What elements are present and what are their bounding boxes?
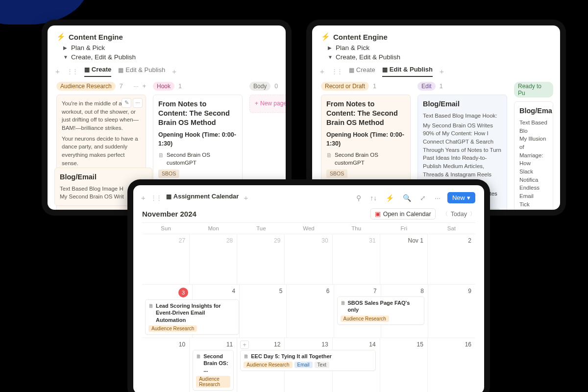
expand-icon[interactable]: ⤢ xyxy=(418,193,428,203)
prev-month-button[interactable]: 〈 xyxy=(442,210,448,218)
tag-sbos: SBOS xyxy=(158,170,179,178)
calendar-event[interactable]: 🗎Second Brain OS: ...Audience Research xyxy=(193,350,234,391)
automation-icon[interactable]: ⚡ xyxy=(384,193,396,203)
column-count: 1 xyxy=(178,83,182,90)
add-block-button[interactable]: + xyxy=(320,67,324,75)
more-icon[interactable]: ··· xyxy=(133,98,143,108)
caret-right-icon: ▶ xyxy=(328,45,333,50)
event-tag: Audience Research xyxy=(148,325,197,332)
calendar-icon: ▦ xyxy=(166,193,172,200)
board-icon: ▦ xyxy=(118,67,123,74)
calendar-day[interactable]: 10 xyxy=(142,338,190,392)
calendar-day[interactable]: 7🗎SBOS Sales Page FAQ's onlyAudience Res… xyxy=(334,285,381,338)
board-icon: ▦ xyxy=(349,67,354,74)
column-badge: Ready to Pu xyxy=(514,82,553,98)
calendar-day[interactable]: 29 xyxy=(237,234,285,284)
view-assignment-calendar[interactable]: ▦ Assignment Calendar xyxy=(166,193,239,203)
edit-icon[interactable]: ✎ xyxy=(122,98,131,108)
tab-edit-publish[interactable]: ▦ Edit & Publish xyxy=(382,66,433,77)
more-icon[interactable]: ··· xyxy=(433,193,442,203)
dow-label: Fri xyxy=(380,223,428,234)
search-icon[interactable]: 🔍 xyxy=(401,193,413,203)
tab-create[interactable]: ▦ Create xyxy=(84,66,111,77)
drag-handle-icon[interactable]: ⋮⋮ xyxy=(67,68,77,75)
event-tag: Email xyxy=(294,362,313,368)
calendar-day[interactable]: 31 xyxy=(333,234,380,284)
calendar-day[interactable]: 11🗎Second Brain OS: ...Audience Research xyxy=(190,338,237,392)
card-text: Your neurons decide to have a dance part… xyxy=(62,135,141,168)
card-title: From Notes to Content: The Second Brain … xyxy=(326,99,405,127)
page-title: ⚡ Content Engine xyxy=(321,32,551,41)
calendar-day[interactable]: 30 xyxy=(285,234,332,284)
calendar-day[interactable]: 27 xyxy=(142,234,190,284)
column-badge: Record or Draft xyxy=(321,82,369,91)
calendar-day[interactable]: +12🗎EEC Day 5: Tying It all TogetherAudi… xyxy=(237,338,285,392)
add-view-button[interactable]: + xyxy=(440,67,444,75)
calendar-day[interactable]: 28 xyxy=(190,234,237,284)
tab-edit-publish[interactable]: ▦ Edit & Publish xyxy=(118,66,165,76)
toggle-plan-pick[interactable]: ▶ Plan & Pick xyxy=(328,44,551,51)
page-icon: 🗎 xyxy=(244,353,249,360)
dow-label: Sun xyxy=(142,223,190,234)
column-add-button[interactable]: + xyxy=(143,83,146,90)
add-event-button[interactable]: + xyxy=(240,341,249,349)
board-icon: ▦ xyxy=(382,66,388,73)
column-ready-to-publish: Ready to Pu Blog/Ema Text Based Blo My I… xyxy=(514,82,553,210)
toggle-create-edit-publish[interactable]: ▼ Create, Edit & Publish xyxy=(328,53,551,61)
next-month-button[interactable]: 〉 xyxy=(470,210,475,218)
calendar-event[interactable]: 🗎SBOS Sales Page FAQ's onlyAudience Rese… xyxy=(337,296,424,325)
card-blog-email-partial[interactable]: Blog/Ema Text Based Blo My Illusion of M… xyxy=(514,101,553,210)
add-block-button[interactable]: + xyxy=(141,194,146,202)
card-text: Text Based Blo xyxy=(519,119,548,135)
column-count: 1 xyxy=(440,83,443,90)
dow-label: Tue xyxy=(237,223,285,234)
calendar-day[interactable]: 3🗎Lead Scoring Insights for Event-Driven… xyxy=(142,285,193,338)
column-badge: Body xyxy=(249,82,270,91)
calendar-app-icon: ▣ xyxy=(375,210,381,218)
related-page-link[interactable]: 🗎 Second Brain OS customGPT xyxy=(326,151,405,167)
month-nav: November 2024 ▣ Open in Calendar 〈 Today… xyxy=(142,208,475,220)
page-icon: 🗎 xyxy=(196,353,201,374)
tablet-calendar: + ⋮⋮ ▦ Assignment Calendar + ⚲ ↑↓ ⚡ 🔍 ⤢ … xyxy=(127,179,490,392)
calendar-toolbar: + ⋮⋮ ▦ Assignment Calendar + ⚲ ↑↓ ⚡ 🔍 ⤢ … xyxy=(141,192,475,203)
toggle-plan-pick[interactable]: ▶ Plan & Pick xyxy=(63,44,277,51)
event-tag: Text xyxy=(315,362,329,368)
calendar-day[interactable]: Nov 1 xyxy=(380,234,428,284)
open-in-calendar-button[interactable]: ▣ Open in Calendar xyxy=(370,208,436,220)
drag-handle-icon[interactable]: ⋮⋮ xyxy=(150,194,161,201)
calendar-event[interactable]: 🗎Lead Scoring Insights for Event-Driven … xyxy=(145,299,239,335)
card-title: Blog/Ema xyxy=(519,106,548,116)
card-text: Text Based Blog Image Hook: xyxy=(423,112,502,120)
month-label: November 2024 xyxy=(142,210,196,218)
calendar-day[interactable]: 6 xyxy=(287,285,334,338)
column-badge: Edit xyxy=(417,82,436,91)
add-view-button[interactable]: + xyxy=(244,194,248,202)
calendar-day[interactable]: 15 xyxy=(380,338,428,392)
board-icon: ▦ xyxy=(84,66,90,73)
calendar-day[interactable]: 5 xyxy=(240,285,287,338)
chevron-down-icon: ▾ xyxy=(467,194,470,201)
calendar-event[interactable]: 🗎EEC Day 5: Tying It all TogetherAudienc… xyxy=(240,350,375,371)
calendar-day[interactable]: 9 xyxy=(428,285,475,338)
add-view-button[interactable]: + xyxy=(172,67,176,75)
today-button[interactable]: Today xyxy=(451,211,467,218)
caret-down-icon: ▼ xyxy=(328,54,333,60)
drag-handle-icon[interactable]: ⋮⋮ xyxy=(331,68,342,75)
calendar-day[interactable]: 2 xyxy=(428,234,475,284)
page-icon: 🗎 xyxy=(148,302,154,323)
new-page-card[interactable]: +New page xyxy=(249,95,286,113)
new-button[interactable]: New ▾ xyxy=(447,192,475,203)
column-count: 7 xyxy=(120,83,123,90)
add-block-button[interactable]: + xyxy=(55,67,60,75)
calendar-day[interactable]: 16 xyxy=(428,338,475,392)
page-icon: 🗎 xyxy=(341,299,346,314)
plus-icon: + xyxy=(255,99,258,108)
filter-icon[interactable]: ⚲ xyxy=(354,193,363,203)
toggle-create-edit-publish[interactable]: ▼ Create, Edit & Publish xyxy=(63,53,277,61)
caret-right-icon: ▶ xyxy=(63,45,68,50)
column-more-button[interactable]: ··· xyxy=(133,83,138,90)
card-title: From Notes to Content: The Second Brain … xyxy=(158,99,237,127)
related-page-link[interactable]: 🗎 Second Brain OS customGPT xyxy=(158,151,237,167)
sort-icon[interactable]: ↑↓ xyxy=(368,193,379,203)
tab-create[interactable]: ▦ Create xyxy=(349,66,375,76)
